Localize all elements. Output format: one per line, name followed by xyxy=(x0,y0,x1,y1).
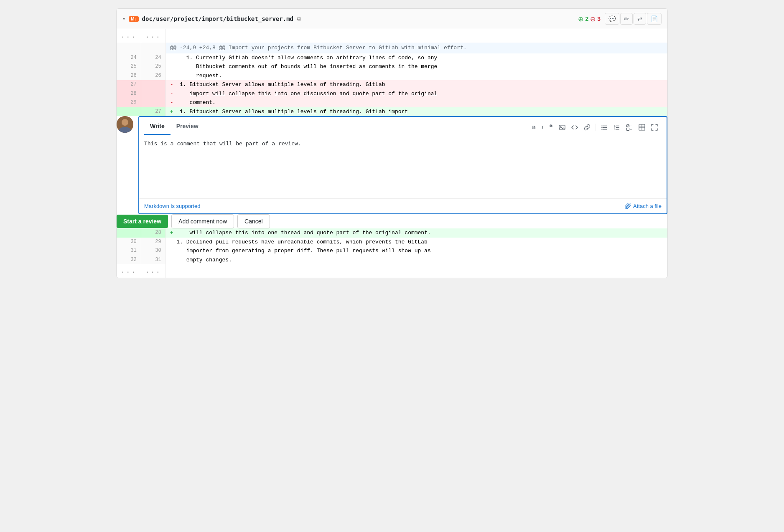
header-actions: 💬 ✏ ⇄ 📄 xyxy=(605,13,662,25)
table-row: 32 31 empty changes. xyxy=(117,256,667,265)
deletions-icon: ⊖ xyxy=(590,15,596,23)
svg-point-6 xyxy=(601,125,602,126)
diff-container: ▾ M↓ doc/user/project/import/bitbucket_s… xyxy=(116,8,668,278)
actions-row: Start a review Add comment now Cancel xyxy=(117,214,667,228)
bold-btn[interactable]: B xyxy=(530,123,538,132)
table-row: 27 + 1. Bitbucket Server allows multiple… xyxy=(117,107,667,117)
attach-icon xyxy=(625,203,631,209)
line-content: empty changes. xyxy=(165,256,667,265)
tab-write[interactable]: Write xyxy=(144,119,171,135)
add-comment-button[interactable]: Add comment now xyxy=(171,214,234,228)
line-content: + will collapse this into one thread and… xyxy=(165,228,667,238)
line-content: - comment. xyxy=(165,98,667,107)
line-old-31: 31 xyxy=(117,246,141,256)
collapse-icon[interactable]: ▾ xyxy=(122,16,125,22)
dots-old-bottom: ... xyxy=(117,264,141,278)
comment-wrapper: Write Preview B I ❝ xyxy=(117,116,667,214)
svg-point-1 xyxy=(122,119,128,126)
comment-textarea[interactable] xyxy=(144,140,662,190)
line-content: importer from generating a proper diff. … xyxy=(165,246,667,256)
quote-btn[interactable]: ❝ xyxy=(547,122,555,132)
table-row: 24 24 1. Currently GitLab doesn't allow … xyxy=(117,53,667,63)
line-new-del-1 xyxy=(141,80,165,89)
line-new-del-3 xyxy=(141,98,165,107)
table-row: 27 - 1. Bitbucket Server allows multiple… xyxy=(117,80,667,89)
line-new-29: 29 xyxy=(141,238,165,247)
raw-btn[interactable]: 📄 xyxy=(647,13,662,25)
attach-file-btn[interactable]: Attach a file xyxy=(625,203,662,209)
svg-point-8 xyxy=(601,127,602,128)
line-content: request. xyxy=(165,71,667,81)
tab-preview[interactable]: Preview xyxy=(171,119,204,135)
avatar-svg xyxy=(117,116,133,133)
cancel-button[interactable]: Cancel xyxy=(237,214,270,228)
additions-count: 2 xyxy=(585,15,588,22)
line-new-27: 27 xyxy=(141,107,165,117)
table-row: 28 + will collapse this into one thread … xyxy=(117,228,667,238)
ellipsis-row-top: ... ... xyxy=(117,29,667,43)
diff-stats: ⊕ 2 ⊖ 3 xyxy=(578,15,601,23)
svg-text:3.: 3. xyxy=(614,128,616,130)
diff-table: ... ... @@ -24,9 +24,8 @@ Import your pr… xyxy=(117,29,667,278)
hunk-header: @@ -24,9 +24,8 @@ Import your projects f… xyxy=(117,43,667,53)
comment-action-btn[interactable]: 💬 xyxy=(605,13,619,25)
comment-row: Write Preview B I ❝ xyxy=(117,116,667,214)
line-old-add-1 xyxy=(117,107,141,117)
task-btn[interactable] xyxy=(624,123,635,132)
table-row: 26 26 request. xyxy=(117,71,667,81)
line-content: + 1. Bitbucket Server allows multiple le… xyxy=(165,107,667,117)
table-row: 30 29 1. Declined pull requests have unr… xyxy=(117,238,667,247)
hunk-num-new xyxy=(141,43,165,53)
expand-btn[interactable] xyxy=(649,123,660,132)
italic-btn[interactable]: I xyxy=(540,123,545,132)
tab-list: Write Preview xyxy=(144,119,204,135)
actions-cell: Start a review Add comment now Cancel xyxy=(117,214,667,228)
view-raw-btn[interactable]: ⇄ xyxy=(634,13,646,25)
file-header: ▾ M↓ doc/user/project/import/bitbucket_s… xyxy=(117,9,667,29)
dots-new-bottom: ... xyxy=(141,264,165,278)
line-content: 1. Declined pull requests have unreachab… xyxy=(165,238,667,247)
ellipsis-row-bottom: ... ... xyxy=(117,264,667,278)
table-row: 31 30 importer from generating a proper … xyxy=(117,246,667,256)
markdown-hint-link[interactable]: Markdown is supported xyxy=(144,202,200,210)
deletions-count: 3 xyxy=(597,15,601,22)
line-content: Bitbucket comments out of bounds will be… xyxy=(165,62,667,71)
action-buttons: Start a review Add comment now Cancel xyxy=(117,214,667,228)
line-content: - 1. Bitbucket Server allows multiple le… xyxy=(165,80,667,89)
line-old-30: 30 xyxy=(117,238,141,247)
line-new-del-2 xyxy=(141,89,165,99)
line-new-28: 28 xyxy=(141,228,165,238)
toolbar-sep-1 xyxy=(596,124,596,131)
editor-footer: Markdown is supported Attach a file xyxy=(139,198,667,214)
image-btn[interactable] xyxy=(557,123,568,132)
md-badge: M↓ xyxy=(129,16,138,22)
copy-path-icon[interactable]: ⧉ xyxy=(297,15,301,22)
table-row: 29 - comment. xyxy=(117,98,667,107)
edit-action-btn[interactable]: ✏ xyxy=(620,13,633,25)
line-new-31: 31 xyxy=(141,256,165,265)
file-header-left: ▾ M↓ doc/user/project/import/bitbucket_s… xyxy=(122,15,301,22)
hunk-num-old xyxy=(117,43,141,53)
line-old-after-1 xyxy=(117,228,141,238)
table-btn[interactable] xyxy=(636,123,647,132)
dots-content xyxy=(165,29,667,43)
line-old-29: 29 xyxy=(117,98,141,107)
line-content: - import will collapse this into one dis… xyxy=(165,89,667,99)
editor-tabs: Write Preview B I ❝ xyxy=(139,117,667,135)
code-btn[interactable] xyxy=(569,123,580,132)
svg-rect-20 xyxy=(627,128,629,130)
table-row: 25 25 Bitbucket comments out of bounds w… xyxy=(117,62,667,71)
file-header-right: ⊕ 2 ⊖ 3 💬 ✏ ⇄ 📄 xyxy=(578,13,662,25)
line-new-26: 26 xyxy=(141,71,165,81)
ul-btn[interactable] xyxy=(599,123,610,132)
avatar xyxy=(117,116,133,133)
ol-btn[interactable]: 1.2.3. xyxy=(611,123,622,132)
link-btn[interactable] xyxy=(582,123,593,132)
line-content: 1. Currently GitLab doesn't allow commen… xyxy=(165,53,667,63)
editor-toolbar: B I ❝ xyxy=(528,121,662,133)
line-new-24: 24 xyxy=(141,53,165,63)
line-old-26: 26 xyxy=(117,71,141,81)
file-path: doc/user/project/import/bitbucket_server… xyxy=(142,15,293,22)
hunk-content: @@ -24,9 +24,8 @@ Import your projects f… xyxy=(165,43,667,53)
start-review-button[interactable]: Start a review xyxy=(117,215,168,228)
